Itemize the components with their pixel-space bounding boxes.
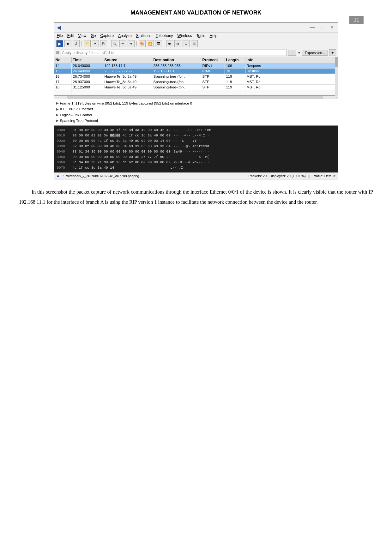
- menu-view[interactable]: View: [78, 33, 87, 38]
- cell-source: HuaweiTe_3d:3a:49: [103, 79, 152, 84]
- cell-source: [103, 90, 152, 95]
- cell-no: 17: [54, 79, 72, 84]
- hex-dump: 0000 01 80 c2 00 00 00 4c 1f cc 3d 3a 49…: [54, 126, 338, 172]
- cell-len: 70: [225, 69, 245, 74]
- cell-proto: ---: [201, 90, 225, 95]
- expand-icon: ▶: [56, 118, 59, 123]
- detail-llc-text: Logical-Link Control: [60, 112, 92, 118]
- toolbar-sep4: [164, 41, 164, 46]
- cell-proto: ICMP: [201, 69, 225, 74]
- statusbar: ● ? wireshark_-_20190816132248_a07708.pc…: [54, 172, 338, 179]
- toolbar: ▶ ■ ↺ 📁 ✂ ⎘ 🔍 ⇐ ⇒ 🎨 🔼 ☰ ⊕ ⊖ ⊙ ⊞: [54, 39, 338, 48]
- toolbar-zoom-in-btn[interactable]: 🔼: [147, 40, 154, 47]
- toolbar-colorize-btn[interactable]: 🎨: [139, 40, 146, 47]
- detail-row-llc[interactable]: ▶ Logical-Link Control: [56, 112, 336, 118]
- cell-info: MST. Ro: [245, 79, 338, 84]
- menu-file[interactable]: File: [57, 33, 63, 38]
- filter-plus-button[interactable]: +: [329, 49, 336, 56]
- wireshark-window: ◀ ·- — □ × File Edit View Go Capture Ana…: [54, 22, 338, 179]
- toolbar-fit-btn[interactable]: ⊙: [183, 40, 190, 47]
- statusbar-packets: Packets: 20 · Displayed: 20 (100.0%): [249, 174, 306, 178]
- toolbar-restart-btn[interactable]: ↺: [73, 40, 80, 47]
- detail-row-ethernet[interactable]: ▶ IEEE 802.3 Ethernet: [56, 106, 336, 112]
- toolbar-start-btn[interactable]: ▶: [56, 40, 63, 47]
- cell-source: HuaweiTe_3d:3a:49: [103, 85, 152, 90]
- body-paragraph: In this screenshot the packet capture of…: [19, 187, 373, 207]
- minimize-button[interactable]: —: [308, 25, 317, 30]
- hex-row: 0000 01 80 c2 00 00 00 4c 1f cc 3d 3a 49…: [57, 128, 335, 133]
- expand-icon: ▶: [56, 112, 59, 117]
- cell-dest: 255.255.255.255: [152, 63, 201, 68]
- menu-telephony[interactable]: Telephony: [156, 33, 173, 38]
- cell-no: 14: [54, 63, 72, 68]
- cell-source: 255.255.255.255: [103, 69, 152, 74]
- toolbar-prev-btn[interactable]: ⇐: [119, 40, 126, 47]
- horizontal-scrollbar[interactable]: ›: [54, 96, 338, 99]
- cell-proto: STP: [201, 74, 225, 79]
- detail-stp-text: Spanning Tree Protocol: [60, 118, 98, 123]
- menu-help[interactable]: Help: [210, 33, 218, 38]
- cell-time: 26.640000: [72, 63, 103, 68]
- toolbar-search-btn[interactable]: 🔍: [111, 40, 118, 47]
- statusbar-sep: ||: [308, 174, 310, 178]
- hex-row: 0040 33 61 34 39 00 00 00 00 00 00 00 00…: [57, 149, 335, 154]
- toolbar-grid-btn[interactable]: ⊞: [191, 40, 198, 47]
- menu-edit[interactable]: Edit: [67, 33, 74, 38]
- hex-row: 0060 3c d4 b8 38 21 d8 ab 26 de 62 00 00…: [57, 160, 335, 165]
- cell-len: 119: [225, 74, 245, 79]
- col-info: Info: [245, 57, 338, 63]
- table-row[interactable]: 18 31.125000 HuaweiTe_3d:3a:49 Spanning-…: [54, 85, 338, 90]
- cell-info: [245, 90, 338, 95]
- cell-source: 192.168.11.1: [103, 63, 152, 68]
- filter-dropdown-icon[interactable]: ▼: [297, 51, 301, 55]
- menubar: File Edit View Go Capture Analyze Statis…: [54, 33, 338, 39]
- detail-frame-text: Frame 1: 119 bytes on wire (952 bits), 1…: [60, 100, 192, 106]
- table-row[interactable]: 14 26.640000 192.168.11.1 255.255.255.25…: [54, 63, 338, 69]
- table-row[interactable]: 17 28.937000 HuaweiTe_3d:3a:49 Spanning-…: [54, 79, 338, 85]
- cell-dest: Spanning-tree-(for-…: [152, 85, 201, 90]
- menu-wireless[interactable]: Wireless: [178, 33, 192, 38]
- cell-info: MST. Ro: [245, 74, 338, 79]
- titlebar: ◀ ·- — □ ×: [54, 23, 338, 33]
- cell-time: 28.937000: [72, 79, 103, 84]
- table-row[interactable]: ---: [54, 90, 338, 95]
- table-row[interactable]: 16 26.734000 HuaweiTe_3d:3a:49 Spanning-…: [54, 74, 338, 79]
- statusbar-profile: Profile: Default: [312, 174, 335, 178]
- cell-dest: [152, 90, 201, 95]
- menu-statistics[interactable]: Statistics: [136, 33, 151, 38]
- col-length: Length: [225, 57, 245, 63]
- menu-capture[interactable]: Capture: [100, 33, 114, 38]
- menu-analyze[interactable]: Analyze: [118, 33, 132, 38]
- expression-button[interactable]: Expression...: [302, 50, 328, 56]
- detail-row-stp[interactable]: ▶ Spanning Tree Protocol: [56, 118, 336, 123]
- cell-source: HuaweiTe_3d:3a:49: [103, 74, 152, 79]
- close-button[interactable]: ×: [329, 25, 335, 30]
- ws-logo-icon: ◀: [57, 24, 61, 31]
- detail-ethernet-text: IEEE 802.3 Ethernet: [60, 106, 93, 112]
- toolbar-open-btn[interactable]: 📁: [84, 40, 91, 47]
- cell-info: Destina: [245, 69, 338, 74]
- detail-row-frame[interactable]: ▶ Frame 1: 119 bytes on wire (952 bits),…: [56, 100, 336, 106]
- filter-input[interactable]: [61, 50, 287, 56]
- cell-len: 119: [225, 85, 245, 90]
- toolbar-cut-btn[interactable]: ✂: [92, 40, 99, 47]
- toolbar-next-btn[interactable]: ⇒: [128, 40, 135, 47]
- packet-list: No. Time Source Destination Protocol Len…: [54, 57, 338, 96]
- toolbar-stop-btn[interactable]: ■: [64, 40, 71, 47]
- statusbar-fish-icon: ●: [57, 173, 59, 178]
- cell-no: 15: [54, 69, 72, 74]
- menu-go[interactable]: Go: [91, 33, 96, 38]
- maximize-button[interactable]: □: [319, 25, 326, 30]
- menu-tools[interactable]: Tools: [196, 33, 205, 38]
- table-row[interactable]: 15 26.640000 255.255.255.255 192.168.11.…: [54, 69, 338, 74]
- hex-row: 0050 00 00 00 00 00 00 00 00 00 00 ac 36…: [57, 154, 335, 160]
- toolbar-magnify-btn[interactable]: ⊕: [166, 40, 173, 47]
- toolbar-list-btn[interactable]: ☰: [155, 40, 162, 47]
- cell-len: [225, 90, 245, 95]
- expand-icon: ▶: [56, 107, 59, 112]
- toolbar-copy-btn[interactable]: ⎘: [100, 40, 107, 47]
- table-header: No. Time Source Destination Protocol Len…: [54, 57, 338, 63]
- scrollbar[interactable]: [335, 57, 338, 96]
- filter-arrow-btn[interactable]: →: [288, 50, 296, 56]
- toolbar-magnify2-btn[interactable]: ⊖: [174, 40, 181, 47]
